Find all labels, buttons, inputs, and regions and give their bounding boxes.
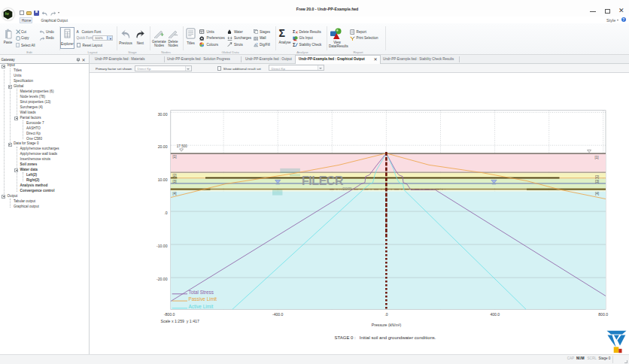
svg-text:Total Stress: Total Stress bbox=[189, 290, 214, 295]
svg-text:-10.00: -10.00 bbox=[156, 244, 168, 248]
svg-text:-800.0: -800.0 bbox=[164, 312, 175, 317]
svg-text:17.500: 17.500 bbox=[177, 144, 187, 148]
svg-text:10.00: 10.00 bbox=[158, 177, 168, 182]
svg-text:20.00: 20.00 bbox=[158, 144, 168, 149]
svg-text:.0: .0 bbox=[164, 211, 167, 215]
svg-text:STAGE 0 : Initial soil and g: STAGE 0 : Initial soil and groundwater c… bbox=[335, 335, 436, 340]
svg-text:-400.0: -400.0 bbox=[272, 312, 284, 317]
svg-text:[1]: [1] bbox=[595, 156, 599, 159]
svg-text:.0: .0 bbox=[384, 312, 387, 317]
svg-text:[4]: [4] bbox=[595, 192, 599, 196]
svg-text:FILECR: FILECR bbox=[302, 174, 344, 187]
svg-text:-20.00: -20.00 bbox=[156, 277, 168, 281]
svg-text:Active Limit: Active Limit bbox=[189, 304, 214, 309]
svg-text:Pressure (kN/m²): Pressure (kN/m²) bbox=[372, 323, 402, 327]
svg-text:Σ: Σ bbox=[293, 42, 296, 47]
svg-text:[2]: [2] bbox=[173, 174, 177, 177]
svg-text:Scale x 1:259 y 1:417: Scale x 1:259 y 1:417 bbox=[161, 319, 199, 323]
svg-text:[2]: [2] bbox=[595, 175, 599, 179]
svg-text:[3]: [3] bbox=[595, 180, 599, 184]
svg-text:[4]: [4] bbox=[173, 192, 177, 196]
svg-text:Passive Limit: Passive Limit bbox=[189, 296, 217, 302]
svg-text:400.0: 400.0 bbox=[490, 312, 500, 317]
svg-text:800.0: 800.0 bbox=[598, 312, 608, 317]
svg-text:[3]: [3] bbox=[173, 180, 177, 184]
svg-text:Σ: Σ bbox=[293, 29, 296, 34]
svg-text:30.00: 30.00 bbox=[158, 112, 168, 117]
svg-text:[1]: [1] bbox=[173, 155, 177, 159]
svg-text:.com: .com bbox=[341, 186, 351, 191]
